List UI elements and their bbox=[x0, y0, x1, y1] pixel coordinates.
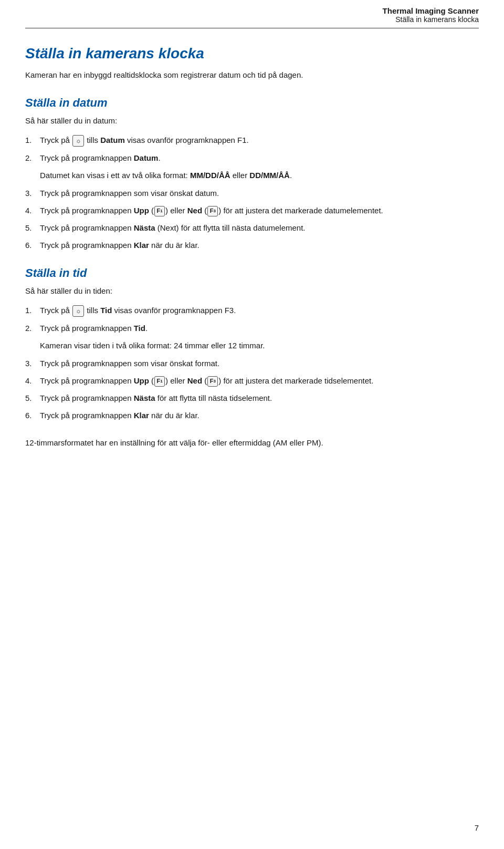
list-item: 2. Tryck på programknappen Tid. bbox=[25, 322, 479, 334]
list-item: 5. Tryck på programknappen Nästa (Next) … bbox=[25, 222, 479, 234]
step-content: Tryck på programknappen som visar önskat… bbox=[40, 357, 479, 369]
step-content: Tryck på programknappen Nästa för att fl… bbox=[40, 392, 479, 404]
step-number: 6. bbox=[25, 409, 40, 421]
step-number bbox=[25, 339, 40, 351]
list-item: 1. Tryck på ☼ tills Datum visas ovanför … bbox=[25, 134, 479, 147]
menu-icon: ☼ bbox=[72, 305, 84, 317]
step-number: 5. bbox=[25, 222, 40, 234]
section-datum-title: Ställa in datum bbox=[25, 96, 479, 110]
step-number: 5. bbox=[25, 392, 40, 404]
f3-key-icon: F3 bbox=[207, 376, 218, 387]
step-content: Tryck på programknappen som visar önskat… bbox=[40, 187, 479, 199]
step-number bbox=[25, 169, 40, 181]
f1-key-icon: F1 bbox=[154, 376, 165, 387]
header-subtitle: Ställa in kamerans klocka bbox=[25, 15, 479, 24]
list-item: 6. Tryck på programknappen Klar när du ä… bbox=[25, 409, 479, 421]
list-item: 4. Tryck på programknappen Upp (F1) elle… bbox=[25, 375, 479, 387]
step-number: 3. bbox=[25, 357, 40, 369]
list-item: 1. Tryck på ☼ tills Tid visas ovanför pr… bbox=[25, 304, 479, 317]
step-content: Tryck på programknappen Klar när du är k… bbox=[40, 239, 479, 251]
step-number: 4. bbox=[25, 204, 40, 216]
list-item: Datumet kan visas i ett av två olika for… bbox=[25, 169, 479, 181]
step-content: Tryck på programknappen Nästa (Next) för… bbox=[40, 222, 479, 234]
page-number: 7 bbox=[475, 823, 479, 832]
step-content: Tryck på programknappen Datum. bbox=[40, 152, 479, 164]
list-item: 3. Tryck på programknappen som visar öns… bbox=[25, 357, 479, 369]
page-main-title: Ställa in kamerans klocka bbox=[25, 45, 479, 62]
step-content: Tryck på programknappen Tid. bbox=[40, 322, 479, 334]
list-item: 3. Tryck på programknappen som visar öns… bbox=[25, 187, 479, 199]
f3-key-icon: F3 bbox=[207, 206, 218, 216]
menu-icon: ☼ bbox=[72, 135, 84, 147]
step-content: Tryck på programknappen Upp (F1) eller N… bbox=[40, 375, 479, 387]
step-content: Tryck på programknappen Upp (F1) eller N… bbox=[40, 204, 479, 216]
list-item: 5. Tryck på programknappen Nästa för att… bbox=[25, 392, 479, 404]
step-number: 1. bbox=[25, 304, 40, 316]
step-content: Kameran visar tiden i två olika format: … bbox=[40, 339, 479, 351]
note-text: 12-timmarsformatet har en inställning fö… bbox=[25, 437, 479, 449]
section-tid-title: Ställa in tid bbox=[25, 266, 479, 280]
section-datum-intro: Så här ställer du in datum: bbox=[25, 115, 479, 127]
header-title: Thermal Imaging Scanner bbox=[25, 6, 479, 15]
step-content: Tryck på ☼ tills Tid visas ovanför progr… bbox=[40, 304, 479, 317]
list-item: 6. Tryck på programknappen Klar när du ä… bbox=[25, 239, 479, 251]
f1-key-icon: F1 bbox=[154, 206, 165, 216]
list-item: 4. Tryck på programknappen Upp (F1) elle… bbox=[25, 204, 479, 216]
page-header: Thermal Imaging Scanner Ställa in kamera… bbox=[25, 0, 479, 28]
list-item: Kameran visar tiden i två olika format: … bbox=[25, 339, 479, 351]
step-number: 2. bbox=[25, 152, 40, 164]
step-content: Tryck på ☼ tills Datum visas ovanför pro… bbox=[40, 134, 479, 147]
step-content: Tryck på programknappen Klar när du är k… bbox=[40, 409, 479, 421]
intro-text: Kameran har en inbyggd realtidsklocka so… bbox=[25, 69, 479, 81]
step-number: 6. bbox=[25, 239, 40, 251]
datum-steps-list: 1. Tryck på ☼ tills Datum visas ovanför … bbox=[25, 134, 479, 252]
list-item: 2. Tryck på programknappen Datum. bbox=[25, 152, 479, 164]
step-number: 1. bbox=[25, 134, 40, 146]
step-content: Datumet kan visas i ett av två olika for… bbox=[40, 169, 479, 181]
step-number: 3. bbox=[25, 187, 40, 199]
step-number: 2. bbox=[25, 322, 40, 334]
section-tid-intro: Så här ställer du in tiden: bbox=[25, 285, 479, 297]
tid-steps-list: 1. Tryck på ☼ tills Tid visas ovanför pr… bbox=[25, 304, 479, 422]
step-number: 4. bbox=[25, 375, 40, 387]
